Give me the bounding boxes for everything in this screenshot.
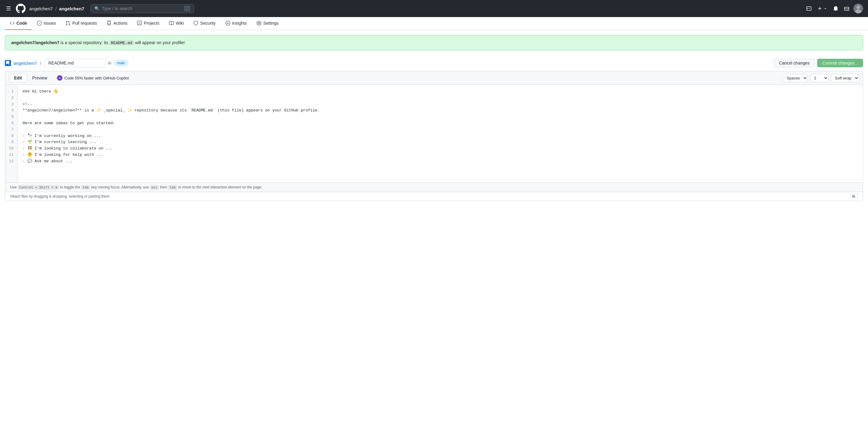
line-num: 1 [5, 89, 18, 95]
line-num: 12 [5, 158, 18, 165]
tab-insights[interactable]: Insights [220, 17, 252, 30]
tab-actions[interactable]: Actions [102, 17, 132, 30]
breadcrumb-user[interactable]: angelchen7 [13, 61, 37, 66]
copilot-text: Code 55% faster with GitHub Copilot [64, 76, 129, 81]
banner-bold: angelchen7/angelchen7 [11, 40, 59, 45]
attach-text: Attach files by dragging & dropping, sel… [10, 194, 111, 198]
line-num: 4 [5, 107, 18, 114]
line-num: 8 [5, 133, 18, 139]
avatar[interactable] [854, 4, 863, 13]
hint-text2: to toggle the [59, 185, 81, 189]
line-num: 10 [5, 146, 18, 152]
special-repo-banner: angelchen7/angelchen7 is a special repos… [5, 35, 863, 50]
slash-kbd: / [184, 6, 190, 11]
editor-header: angelchen7 / in main Cancel changes Comm… [0, 55, 868, 71]
esc-kbd: esc [150, 185, 159, 190]
hint-text4: then [159, 185, 168, 189]
tab-kbd2: tab [168, 185, 177, 190]
search-icon: 🔍 [94, 6, 100, 11]
tab-pull-requests[interactable]: Pull requests [61, 17, 102, 30]
copilot-badge: ✦ Code 55% faster with GitHub Copilot [57, 75, 129, 81]
search-input[interactable] [102, 6, 182, 11]
tab-edit-button[interactable]: Edit [9, 74, 27, 82]
copilot-icon: ✦ [57, 75, 62, 81]
search-bar: 🔍 / [90, 4, 194, 13]
ctrl-shift-m-kbd: Control + Shift + m [18, 185, 59, 190]
tab-kbd: tab [81, 185, 90, 190]
line-num: 11 [5, 152, 18, 158]
svg-point-0 [857, 5, 860, 9]
terminal-icon-btn[interactable] [805, 4, 813, 13]
code-textarea[interactable]: ### Hi there 👋 <!-- **angelchen7/angelch… [18, 85, 863, 182]
hint-text3: key moving focus. Alternatively, use [90, 185, 150, 189]
tab-security[interactable]: Security [188, 17, 220, 30]
breadcrumb-separator: / [56, 6, 57, 11]
top-header: ☰ angelchen7 / angelchen7 🔍 / [0, 0, 868, 17]
tab-wiki[interactable]: Wiki [164, 17, 188, 30]
repo-breadcrumb: angelchen7 / angelchen7 [29, 6, 84, 11]
banner-text: is a special repository: its [59, 40, 109, 45]
branch-badge: main [114, 60, 128, 66]
github-logo[interactable] [16, 4, 26, 13]
tab-preview-button[interactable]: Preview [27, 74, 52, 82]
repo-nav: Code Issues Pull requests Actions Projec… [0, 17, 868, 30]
line-numbers: 1 2 3 4 5 6 7 8 9 10 11 12 [5, 85, 18, 182]
md-text: M↓ [852, 195, 856, 198]
header-user-link[interactable]: angelchen7 [29, 6, 53, 11]
keyboard-hint-footer: Use Control + Shift + m to toggle the ta… [5, 182, 863, 192]
header-actions [805, 4, 863, 13]
in-label: in [108, 61, 112, 65]
header-repo-name[interactable]: angelchen7 [59, 6, 84, 11]
code-editor: 1 2 3 4 5 6 7 8 9 10 11 12 ### Hi there … [5, 85, 863, 182]
tab-code[interactable]: Code [5, 17, 32, 30]
line-num: 5 [5, 114, 18, 120]
plus-new-btn[interactable] [816, 4, 829, 13]
softwrap-select[interactable]: Soft wrap No wrap [831, 74, 859, 82]
spaces-select[interactable]: Spaces Tabs [783, 74, 808, 82]
line-num: 6 [5, 120, 18, 127]
line-num: 7 [5, 127, 18, 133]
inbox-btn[interactable] [842, 4, 851, 13]
svg-point-1 [855, 9, 861, 13]
commit-changes-button[interactable]: Commit changes... [817, 59, 863, 67]
repo-file-icon [5, 60, 11, 66]
tab-projects[interactable]: Projects [132, 17, 164, 30]
line-num: 9 [5, 139, 18, 146]
filename-input[interactable] [44, 59, 106, 67]
hamburger-menu[interactable]: ☰ [5, 4, 12, 13]
breadcrumb-sep: / [40, 61, 41, 66]
editor-toolbar: Edit Preview ✦ Code 55% faster with GitH… [5, 71, 863, 85]
line-num: 3 [5, 101, 18, 108]
line-num: 2 [5, 95, 18, 101]
hint-text: Use [10, 185, 18, 189]
editor-container: Edit Preview ✦ Code 55% faster with GitH… [5, 71, 863, 201]
indent-select[interactable]: 2 4 [810, 74, 828, 82]
notifications-btn[interactable] [832, 4, 840, 13]
markdown-icon: M↓ [850, 194, 858, 199]
tab-settings[interactable]: Settings [252, 17, 283, 30]
attach-footer: Attach files by dragging & dropping, sel… [5, 192, 863, 200]
tab-issues[interactable]: Issues [32, 17, 61, 30]
banner-text2: will appear on your profile! [134, 40, 185, 45]
hint-text5: to move to the next interactive element … [177, 185, 262, 189]
cancel-changes-button[interactable]: Cancel changes [774, 59, 815, 67]
banner-code: README.md [109, 40, 134, 45]
